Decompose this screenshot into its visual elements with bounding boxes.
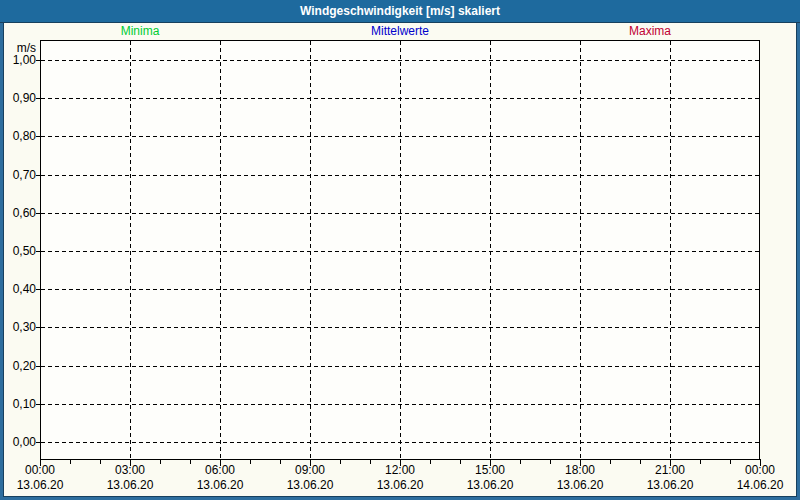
y-axis-tick [36, 404, 40, 405]
y-tick-label: 0,80 [0, 129, 36, 143]
y-axis-tick [36, 442, 40, 443]
x-grid-line [310, 41, 311, 459]
x-grid-line [580, 41, 581, 459]
x-time-label: 15:00 [454, 464, 526, 477]
chart-title-bar: Windgeschwindigkeit [m/s] skaliert [0, 0, 800, 23]
x-time-label: 18:00 [544, 464, 616, 477]
y-tick-label: 0,70 [0, 168, 36, 182]
y-tick-label: 0,30 [0, 320, 36, 334]
x-time-label: 00:00 [724, 464, 796, 477]
x-grid-line [220, 41, 221, 459]
y-axis-tick [36, 175, 40, 176]
y-axis-tick [36, 213, 40, 214]
x-grid-line [130, 41, 131, 459]
y-tick-label: 1,00 [0, 53, 36, 67]
x-date-label: 13.06.20 [634, 479, 706, 492]
y-axis-tick [36, 136, 40, 137]
legend-item-maxima: Maxima [629, 24, 671, 38]
x-grid-line [490, 41, 491, 459]
y-axis-tick [36, 98, 40, 99]
plot-area [40, 40, 760, 460]
y-tick-label: 0,10 [0, 397, 36, 411]
x-grid-line [670, 41, 671, 459]
x-date-label: 13.06.20 [544, 479, 616, 492]
x-date-label: 13.06.20 [184, 479, 256, 492]
legend-item-minima: Minima [121, 24, 160, 38]
x-date-label: 13.06.20 [364, 479, 436, 492]
y-tick-label: 0,00 [0, 435, 36, 449]
y-axis-tick [36, 327, 40, 328]
x-time-label: 09:00 [274, 464, 346, 477]
x-date-label: 13.06.20 [4, 479, 76, 492]
y-tick-label: 0,90 [0, 91, 36, 105]
chart-title: Windgeschwindigkeit [m/s] skaliert [300, 4, 500, 18]
y-axis-tick [36, 251, 40, 252]
x-time-label: 00:00 [4, 464, 76, 477]
x-date-label: 13.06.20 [94, 479, 166, 492]
y-tick-label: 0,60 [0, 206, 36, 220]
x-time-label: 21:00 [634, 464, 706, 477]
x-time-label: 03:00 [94, 464, 166, 477]
y-tick-label: 0,50 [0, 244, 36, 258]
x-grid-line [400, 41, 401, 459]
y-axis-tick [36, 289, 40, 290]
chart-legend: MinimaMittelwerteMaxima [0, 24, 800, 39]
x-date-label: 13.06.20 [454, 479, 526, 492]
y-tick-label: 0,20 [0, 359, 36, 373]
legend-item-mittelwerte: Mittelwerte [371, 24, 429, 38]
y-axis-tick [36, 366, 40, 367]
x-date-label: 14.06.20 [724, 479, 796, 492]
chart-window: Windgeschwindigkeit [m/s] skaliert Minim… [0, 0, 800, 500]
x-date-label: 13.06.20 [274, 479, 346, 492]
x-time-label: 06:00 [184, 464, 256, 477]
x-time-label: 12:00 [364, 464, 436, 477]
y-axis-tick [36, 60, 40, 61]
y-tick-label: 0,40 [0, 282, 36, 296]
